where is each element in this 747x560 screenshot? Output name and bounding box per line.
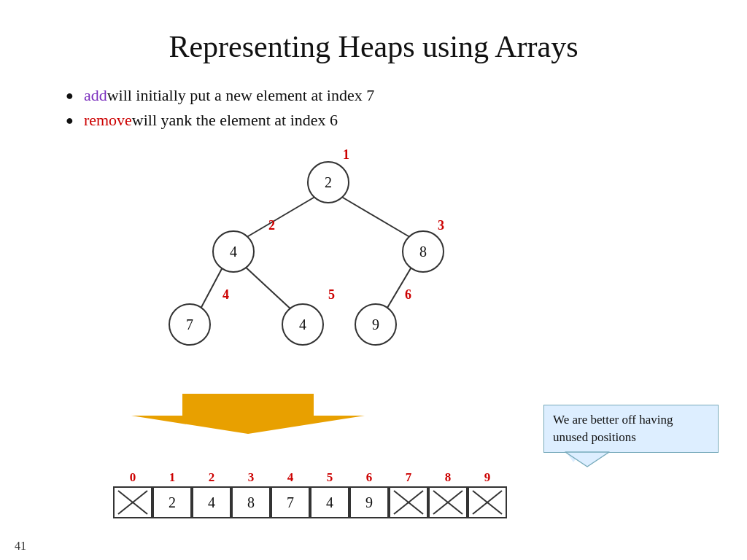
svg-text:8: 8 — [419, 244, 427, 260]
svg-text:4: 4 — [222, 287, 229, 302]
svg-text:3: 3 — [438, 218, 444, 233]
bullet-1: add will initially put a new element at … — [66, 86, 703, 105]
svg-text:9: 9 — [372, 316, 379, 332]
array-cell-2: 4 — [192, 486, 231, 518]
svg-text:5: 5 — [328, 287, 335, 302]
array-cell-0 — [113, 486, 152, 518]
index-9: 9 — [468, 470, 507, 485]
tree-svg: 1 2 3 4 5 6 2 4 8 7 4 9 — [146, 142, 511, 368]
tree-diagram: 1 2 3 4 5 6 2 4 8 7 4 9 — [146, 142, 511, 368]
index-1: 1 — [152, 470, 192, 485]
bullet-list: add will initially put a new element at … — [66, 86, 703, 130]
arrow-svg — [131, 394, 365, 434]
index-7: 7 — [389, 470, 428, 485]
index-4: 4 — [271, 470, 310, 485]
svg-line-3 — [243, 265, 293, 311]
array-cell-9 — [468, 486, 507, 518]
index-6: 6 — [349, 470, 389, 485]
index-2: 2 — [192, 470, 231, 485]
index-3: 3 — [231, 470, 271, 485]
down-arrow — [131, 394, 365, 434]
slide-title: Representing Heaps using Arrays — [44, 29, 703, 64]
bullet-2-text: will yank the element at index 6 — [132, 111, 338, 130]
svg-text:7: 7 — [186, 316, 193, 332]
slide: Representing Heaps using Arrays add will… — [0, 0, 747, 560]
tooltip-text: We are better off having unused position… — [553, 413, 673, 444]
svg-text:1: 1 — [343, 147, 349, 162]
array-cells: 2 4 8 7 4 9 — [113, 486, 507, 518]
array-cell-7 — [389, 486, 428, 518]
array-container: 0 1 2 3 4 5 6 7 8 9 2 4 8 7 4 — [113, 470, 507, 518]
tooltip-pointer — [565, 452, 609, 467]
keyword-add: add — [84, 86, 107, 105]
index-8: 8 — [428, 470, 468, 485]
array-cell-1: 2 — [152, 486, 192, 518]
array-indices: 0 1 2 3 4 5 6 7 8 9 — [113, 470, 507, 485]
svg-text:6: 6 — [405, 287, 411, 302]
svg-line-0 — [244, 195, 317, 238]
svg-text:2: 2 — [325, 174, 332, 190]
array-cell-8 — [428, 486, 468, 518]
index-5: 5 — [310, 470, 349, 485]
svg-marker-23 — [131, 394, 365, 434]
array-cell-5: 4 — [310, 486, 349, 518]
svg-text:4: 4 — [299, 316, 306, 332]
tooltip-box: We are better off having unused position… — [543, 405, 719, 453]
bullet-2: remove will yank the element at index 6 — [66, 111, 703, 130]
index-0: 0 — [113, 470, 152, 485]
svg-line-2 — [199, 265, 224, 311]
page-number: 41 — [15, 540, 26, 553]
svg-line-1 — [339, 195, 412, 238]
svg-text:2: 2 — [268, 218, 275, 233]
array-cell-4: 7 — [271, 486, 310, 518]
svg-text:4: 4 — [230, 244, 237, 260]
keyword-remove: remove — [84, 111, 132, 130]
array-cell-6: 9 — [349, 486, 389, 518]
bullet-1-text: will initially put a new element at inde… — [107, 86, 375, 105]
array-cell-3: 8 — [231, 486, 271, 518]
svg-marker-32 — [565, 452, 609, 467]
